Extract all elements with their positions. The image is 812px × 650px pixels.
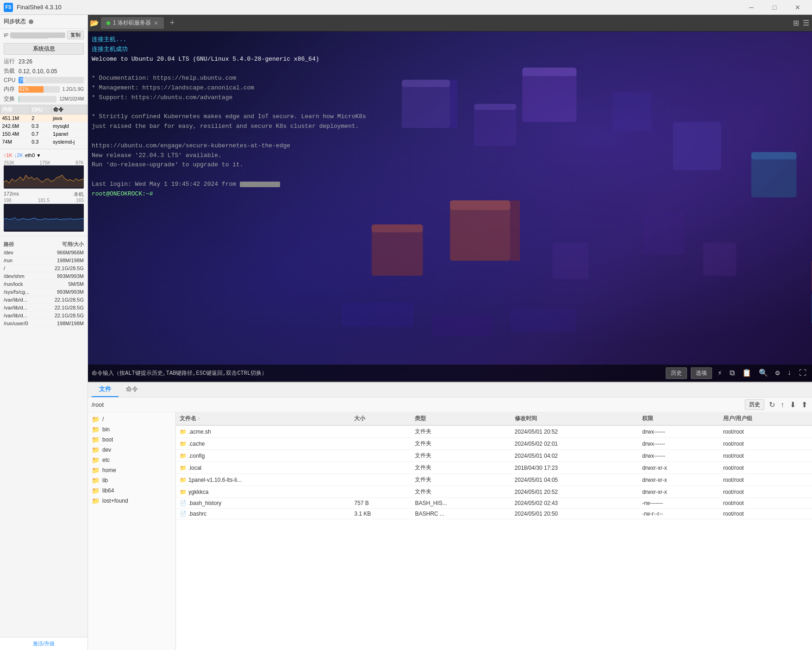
bottom-area: 文件 命令 /root 历史 ↻ ↑ ⬇ ⬆ 📁 /📁 bin📁 <box>88 381 812 650</box>
file-perm: drwx------ <box>638 425 719 438</box>
proc-cmd: java <box>51 114 87 122</box>
disk-path-header: 路径 <box>4 241 14 248</box>
ip-label: IP <box>4 32 8 38</box>
dir-tree-list: 📁 /📁 bin📁 boot📁 dev📁 etc📁 home📁 lib📁 lib <box>88 414 175 506</box>
col-size[interactable]: 大小 <box>350 412 411 425</box>
mem-label: 内存 <box>4 85 17 93</box>
file-table: 文件名 ↑ 大小 类型 修改时间 权限 用户/用户组 📁.acme.sh <box>176 412 812 519</box>
copy-icon[interactable]: ⧉ <box>728 368 737 379</box>
file-owner: root/root <box>719 425 812 438</box>
lightning-icon[interactable]: ⚡ <box>716 367 724 379</box>
ping-section: 172ms 本机 198 181.5 165 <box>0 189 87 234</box>
file-size <box>350 425 411 438</box>
file-perm: drwx------ <box>638 450 719 462</box>
clipboard-icon[interactable]: 📋 <box>740 367 753 379</box>
dir-name: boot <box>102 436 172 443</box>
file-row[interactable]: 📄.bashrc 3.1 KB BASHRC ... 2024/05/01 20… <box>176 509 812 519</box>
sysinfo-button[interactable]: 系统信息 <box>4 43 84 55</box>
tab-connected-dot <box>106 21 110 25</box>
search-icon[interactable]: 🔍 <box>757 367 770 379</box>
upload-file-icon[interactable]: ⬆ <box>800 399 808 410</box>
ping-host: 本机 <box>74 191 84 198</box>
path-history-button[interactable]: 历史 <box>745 399 764 410</box>
file-owner: root/root <box>719 450 812 462</box>
term-blank-4 <box>92 170 808 180</box>
file-row[interactable]: 📁1panel-v1.10.6-lts-li... 文件夹 2024/05/01… <box>176 474 812 486</box>
fullscreen-icon[interactable]: ⛶ <box>797 368 808 379</box>
col-owner[interactable]: 用户/用户组 <box>719 412 812 425</box>
term-line-upgrade: Run 'do-release-upgrade' to upgrade to i… <box>92 160 808 170</box>
window-controls: ─ □ ✕ <box>741 0 808 15</box>
dir-tree-item[interactable]: 📁 bin <box>88 424 175 435</box>
disk-avail: 22.1G/28.5G <box>55 265 84 271</box>
disk-avail: 22.1G/28.5G <box>55 297 84 303</box>
folder-icon: 📁 <box>92 446 100 454</box>
file-name: 📁.config <box>176 450 350 462</box>
ping-scale: 198 181.5 165 <box>4 198 84 203</box>
file-name: 📁1panel-v1.10.6-lts-li... <box>176 474 350 486</box>
process-col-mem[interactable]: 内存 <box>0 105 30 114</box>
titlebar: FS FinalShell 4.3.10 ─ □ ✕ <box>0 0 812 15</box>
file-row[interactable]: 📁ygkkkca 文件夹 2024/05/01 20:52 drwxr-xr-x… <box>176 486 812 498</box>
load-row: 负载 0.12, 0.10, 0.05 <box>0 66 87 76</box>
server-tab[interactable]: 1 洛杉矶服务器 ✕ <box>101 17 164 29</box>
refresh-icon[interactable]: ↻ <box>768 399 776 410</box>
ip-value: ██████████ <box>10 32 65 38</box>
col-type[interactable]: 类型 <box>411 412 511 425</box>
dir-tree-item[interactable]: 📁 / <box>88 414 175 424</box>
col-filename[interactable]: 文件名 ↑ <box>176 412 350 425</box>
tab-command[interactable]: 命令 <box>119 382 145 397</box>
proc-mem: 150.4M <box>0 130 30 138</box>
terminal[interactable]: 连接主机... 连接主机成功 Welcome to Ubuntu 20.04 L… <box>88 32 812 381</box>
net-dropdown-icon[interactable]: ▼ <box>36 153 41 158</box>
disk-row: /var/lib/d... 22.1G/28.5G <box>0 312 87 320</box>
dir-tree-item[interactable]: 📁 lib <box>88 475 175 486</box>
maximize-button[interactable]: □ <box>764 0 785 15</box>
ip-row: IP ██████████ 复制 <box>0 29 87 41</box>
dir-name: bin <box>102 426 172 433</box>
cpu-label: CPU <box>4 77 17 83</box>
process-col-cmd[interactable]: 命令 <box>51 105 87 114</box>
tab-close-button[interactable]: ✕ <box>154 20 158 26</box>
file-type: BASH_HIS... <box>411 498 511 509</box>
grid-view-icon[interactable]: ⊞ <box>792 18 800 28</box>
disk-avail: 966M/966M <box>57 250 84 255</box>
history-button[interactable]: 历史 <box>666 367 687 379</box>
list-view-icon[interactable]: ☰ <box>802 18 810 28</box>
disk-path: /run/lock <box>4 281 23 287</box>
settings-icon[interactable]: ⚙ <box>774 367 782 379</box>
copy-ip-button[interactable]: 复制 <box>67 31 84 39</box>
download-icon[interactable]: ↓ <box>785 368 793 378</box>
dir-tree-item[interactable]: 📁 boot <box>88 435 175 445</box>
col-perm[interactable]: 权限 <box>638 412 719 425</box>
dir-tree-item[interactable]: 📁 home <box>88 465 175 475</box>
mem-bar-container: 61% <box>19 86 60 93</box>
dir-name: dev <box>102 447 172 453</box>
file-row[interactable]: 📁.acme.sh 文件夹 2024/05/01 20:52 drwx-----… <box>176 425 812 438</box>
file-row[interactable]: 📁.config 文件夹 2024/05/01 04:02 drwx------… <box>176 450 812 462</box>
file-row[interactable]: 📁.cache 文件夹 2024/05/02 02:01 drwx------ … <box>176 438 812 450</box>
minimize-button[interactable]: ─ <box>741 0 762 15</box>
term-line-newrelease: New release '22.04.3 LTS' available. <box>92 151 808 161</box>
col-modified[interactable]: 修改时间 <box>511 412 639 425</box>
file-row[interactable]: 📄.bash_history 757 B BASH_HIS... 2024/05… <box>176 498 812 509</box>
dir-name: / <box>102 416 172 423</box>
upgrade-button[interactable]: 激活/升级 <box>0 637 87 650</box>
disk-avail: 993M/993M <box>57 289 84 295</box>
term-line-docs: * Documentation: https://help.ubuntu.com <box>92 74 808 83</box>
dir-tree-item[interactable]: 📁 lost+found <box>88 496 175 506</box>
dir-tree-item[interactable]: 📁 lib64 <box>88 486 175 496</box>
file-row[interactable]: 📁.local 文件夹 2018/04/30 17:23 drwxr-xr-x … <box>176 462 812 474</box>
process-col-cpu[interactable]: CPU <box>30 105 51 114</box>
close-button[interactable]: ✕ <box>787 0 808 15</box>
dir-name: home <box>102 467 172 473</box>
tab-file[interactable]: 文件 <box>92 382 119 397</box>
dir-name: lib <box>102 477 172 484</box>
download-file-icon[interactable]: ⬇ <box>789 399 797 410</box>
up-dir-icon[interactable]: ↑ <box>780 400 785 410</box>
dir-tree-item[interactable]: 📁 etc <box>88 455 175 465</box>
file-icon: 📁 <box>180 429 187 435</box>
dir-tree-item[interactable]: 📁 dev <box>88 445 175 455</box>
options-button[interactable]: 选项 <box>691 367 712 379</box>
add-tab-button[interactable]: + <box>167 18 178 29</box>
